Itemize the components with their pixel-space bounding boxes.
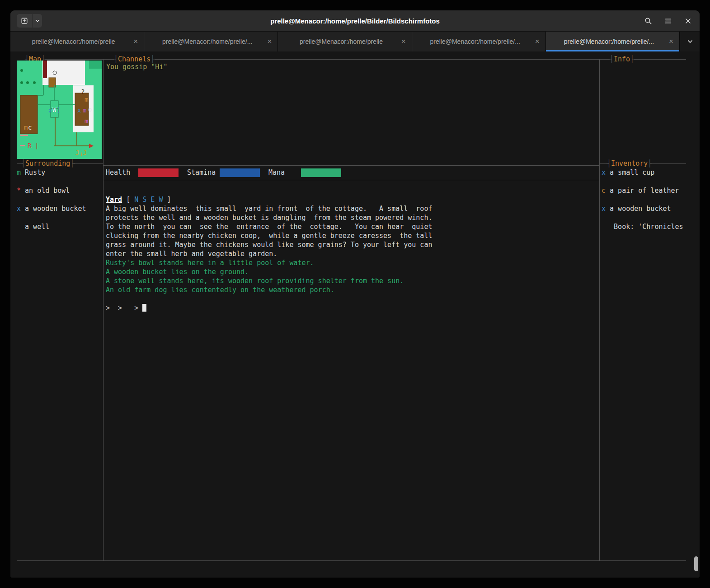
svg-text:m: m <box>24 124 28 131</box>
desktop-background: prelle@Menacor:/home/prelle/Bilder/Bilds… <box>0 0 710 588</box>
channel-message: You gossip "Hi" <box>106 62 167 71</box>
item-tag <box>17 223 21 231</box>
mud-map: ?mxmomxW[mcR|J↓J <box>17 61 102 159</box>
item-tag: x <box>602 205 606 213</box>
tab-1[interactable]: prelle@Menacor:/home/prelle× <box>10 32 144 51</box>
border-bottom <box>17 560 686 561</box>
item-tag: c <box>602 187 606 195</box>
new-tab-button[interactable] <box>17 14 32 28</box>
svg-text:m: m <box>85 117 88 125</box>
svg-text:R: R <box>28 142 32 149</box>
border-stats-bottom <box>103 180 599 180</box>
svg-text:J: J <box>83 149 87 156</box>
inventory-panel-title: ┤Inventory├ <box>607 160 652 167</box>
chevron-down-icon <box>35 18 40 23</box>
surrounding-list-item: * an old bowl <box>17 186 70 195</box>
tab-label: prelle@Menacor:/home/prelle/... <box>150 38 264 45</box>
channels-output: You gossip "Hi" <box>106 62 167 71</box>
svg-text:|: | <box>35 142 38 149</box>
exit-n: N <box>134 196 138 204</box>
svg-text:[: [ <box>56 106 60 113</box>
close-window-button[interactable] <box>680 13 696 29</box>
tab-close-button[interactable]: × <box>666 36 677 47</box>
svg-text:c: c <box>28 124 32 131</box>
text-cursor <box>142 304 146 312</box>
terminal[interactable]: ┤Map├ ┤Channels├ ┤Info├ ┤Surrounding├ ┤I… <box>10 51 700 578</box>
stat-bar-stamina <box>220 168 260 177</box>
room-output: Yard [ N S E W ]A big well dominates thi… <box>106 195 432 313</box>
tab-bar: prelle@Menacor:/home/prelle×prelle@Menac… <box>10 32 700 52</box>
info-panel-title-text: Info <box>614 55 630 63</box>
surrounding-list-item: x a wooden bucket <box>17 204 86 213</box>
tab-label: prelle@Menacor:/home/prelle <box>284 38 398 45</box>
svg-text:?: ? <box>81 88 85 95</box>
tab-close-button[interactable]: × <box>264 36 275 47</box>
stat-label-mana: Mana <box>268 168 285 177</box>
tab-4[interactable]: prelle@Menacor:/home/prelle/...× <box>412 32 546 51</box>
command-prompt[interactable]: > > > <box>106 303 432 313</box>
room-description-line: clucking from the nearby chicken coop, w… <box>106 231 432 240</box>
search-icon <box>644 17 652 25</box>
map-canvas: ?mxmomxW[mcR|J↓J <box>17 61 102 159</box>
svg-text:W: W <box>52 106 56 113</box>
headerbar: prelle@Menacor:/home/prelle/Bilder/Bilds… <box>10 10 700 32</box>
surrounding-panel-title-text: Surrounding <box>25 159 70 168</box>
room-title-line: Yard [ N S E W ] <box>106 195 432 204</box>
info-panel-title: ┤Info├ <box>610 56 634 63</box>
stat-label-health: Health <box>106 168 130 177</box>
surrounding-panel-title: ┤Surrounding├ <box>21 160 74 167</box>
item-tag <box>602 223 606 231</box>
new-tab-dropdown-button[interactable] <box>33 14 42 28</box>
tab-2[interactable]: prelle@Menacor:/home/prelle/...× <box>144 32 278 51</box>
inventory-panel-title-text: Inventory <box>611 159 648 168</box>
tab-close-button[interactable]: × <box>532 36 543 47</box>
svg-text:m: m <box>83 107 86 114</box>
stat-label-stamina: Stamina <box>187 168 216 177</box>
inventory-list-item: Book: 'Chronicles <box>602 222 683 231</box>
room-name: Yard <box>106 196 122 204</box>
room-description-line: To the north you can see the entrance of… <box>106 222 432 231</box>
tab-label: prelle@Menacor:/home/prelle/... <box>552 38 666 45</box>
close-icon <box>685 18 691 24</box>
search-button[interactable] <box>640 13 656 29</box>
tab-overflow-button[interactable] <box>680 32 700 51</box>
svg-text:x: x <box>77 107 81 114</box>
hamburger-menu-icon <box>664 17 672 25</box>
item-tag: x <box>17 205 21 213</box>
room-item-line: A wooden bucket lies on the ground. <box>106 267 432 276</box>
stat-bar-health <box>138 168 179 177</box>
room-description-line: protects the well and a wooden bucket is… <box>106 213 432 222</box>
svg-text:J: J <box>75 149 79 156</box>
exit-w: W <box>159 196 163 204</box>
terminal-window: prelle@Menacor:/home/prelle/Bilder/Bilds… <box>10 10 700 578</box>
window-title: prelle@Menacor:/home/prelle/Bilder/Bilds… <box>270 17 440 25</box>
inventory-list-item: c a pair of leather <box>602 186 679 195</box>
exit-s: S <box>142 196 146 204</box>
new-tab-icon <box>21 17 28 24</box>
item-tag: m <box>17 168 21 177</box>
room-item-line: An old farm dog lies contentedly on the … <box>106 285 432 294</box>
room-description-line: enter the small herb and vegetable garde… <box>106 249 432 258</box>
exit-e: E <box>150 196 155 204</box>
svg-text:x: x <box>48 107 52 114</box>
tab-close-button[interactable]: × <box>398 36 409 47</box>
tab-3[interactable]: prelle@Menacor:/home/prelle× <box>278 32 412 51</box>
border-right-column <box>599 59 600 560</box>
menu-button[interactable] <box>660 13 676 29</box>
surrounding-list-item: m Rusty <box>17 168 45 177</box>
room-description-line: grass around it. Maybe the chickens woul… <box>106 240 432 249</box>
stat-bar-mana <box>301 168 341 177</box>
tab-5[interactable]: prelle@Menacor:/home/prelle/...× <box>546 32 680 51</box>
border-stats-top <box>103 165 599 166</box>
item-tag: * <box>17 187 21 195</box>
svg-text:m: m <box>85 96 88 103</box>
room-item-line: A stone well stands here, its wooden roo… <box>106 276 432 285</box>
inventory-list-item: x a wooden bucket <box>602 204 671 213</box>
channels-panel-title: ┤Channels├ <box>114 56 155 63</box>
inventory-list-item: x a small cup <box>602 168 654 177</box>
svg-text:o: o <box>88 106 92 113</box>
tab-label: prelle@Menacor:/home/prelle <box>17 38 130 45</box>
scrollbar-thumb[interactable] <box>694 556 698 571</box>
tab-close-button[interactable]: × <box>130 36 141 47</box>
item-tag: x <box>602 168 606 177</box>
